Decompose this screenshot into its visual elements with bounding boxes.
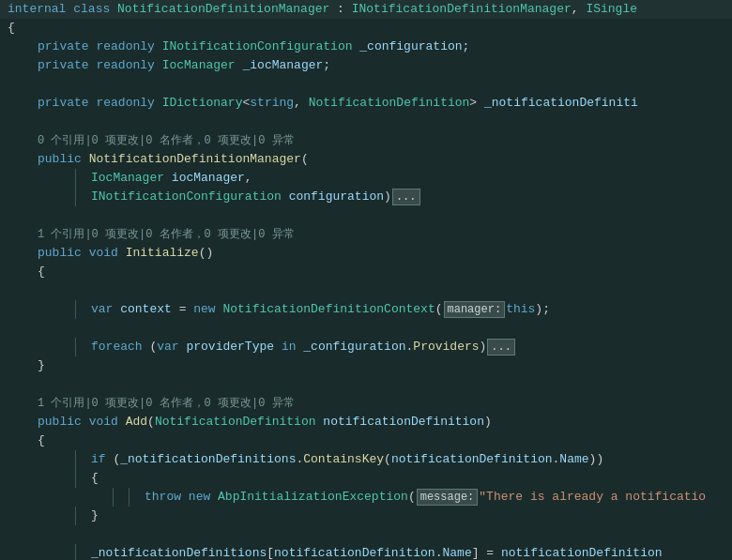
code-line: INotificationConfiguration configuration…: [0, 188, 732, 206]
code-line: {: [0, 469, 732, 488]
meta-references-2: 1 个引用|0 项更改|0 名作者，0 项更改|0 异常: [38, 225, 295, 244]
code-line: public void Add ( NotificationDefinition…: [0, 413, 732, 431]
collapsed-foreach[interactable]: ...: [487, 339, 515, 356]
code-line: throw new AbpInitializationException ( m…: [0, 488, 732, 507]
code-line-blank: [0, 319, 732, 338]
code-line: foreach ( var providerType in _configura…: [0, 338, 732, 356]
code-line-blank: [0, 375, 732, 394]
meta-references-3: 1 个引用|0 项更改|0 名作者，0 项更改|0 异常: [38, 394, 295, 413]
code-line: {: [0, 431, 732, 450]
code-line: }: [0, 356, 732, 375]
code-line: public NotificationDefinitionManager (: [0, 150, 732, 169]
code-line-blank: [0, 525, 732, 544]
code-line-blank: [0, 281, 732, 300]
meta-line-3: 1 个引用|0 项更改|0 名作者，0 项更改|0 异常: [0, 394, 732, 413]
keyword-internal: internal: [8, 0, 66, 19]
code-line-blank: [0, 113, 732, 131]
code-line: if ( _notificationDefinitions . Contains…: [0, 450, 732, 469]
code-line: public void Initialize (): [0, 244, 732, 263]
code-line: {: [0, 263, 732, 281]
code-editor: internal class NotificationDefinitionMan…: [0, 0, 732, 560]
named-param-box[interactable]: manager:: [444, 301, 506, 318]
meta-references: 0 个引用|0 项更改|0 名作者，0 项更改|0 异常: [38, 131, 295, 150]
code-line: IocManager iocManager ,: [0, 169, 732, 188]
code-line: private readonly IocManager _iocManager …: [0, 56, 732, 75]
code-line-blank: [0, 206, 732, 225]
code-line: internal class NotificationDefinitionMan…: [0, 0, 732, 19]
code-line-blank: [0, 75, 732, 94]
keyword-class: class: [73, 0, 110, 19]
code-line: }: [0, 507, 732, 525]
code-content: internal class NotificationDefinitionMan…: [0, 0, 732, 560]
code-line: {: [0, 19, 732, 38]
collapsed-block[interactable]: ...: [392, 189, 420, 205]
meta-line-2: 1 个引用|0 项更改|0 名作者，0 项更改|0 异常: [0, 225, 732, 244]
code-line: var context = new NotificationDefinition…: [0, 300, 732, 319]
type-name: NotificationDefinitionManager: [117, 0, 329, 19]
code-line: _notificationDefinitions [ notificationD…: [0, 544, 732, 560]
named-param-message[interactable]: message:: [417, 489, 479, 506]
code-line: private readonly IDictionary < string , …: [0, 94, 732, 113]
meta-line: 0 个引用|0 项更改|0 名作者，0 项更改|0 异常: [0, 131, 732, 150]
code-line: private readonly INotificationConfigurat…: [0, 38, 732, 56]
